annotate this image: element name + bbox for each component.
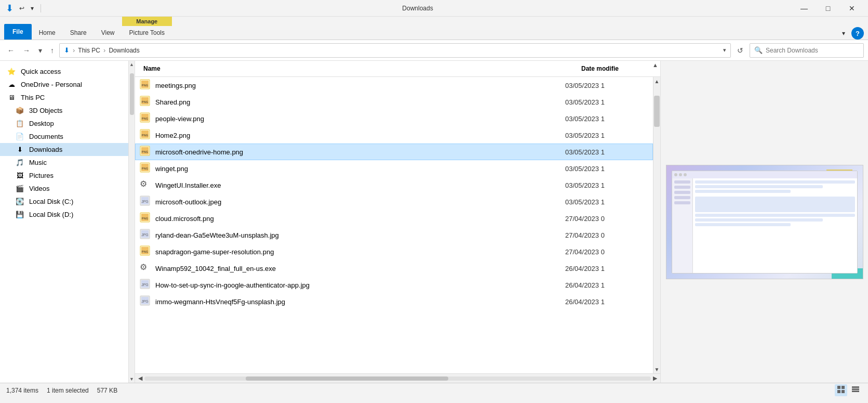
sidebar-item-label-local-disk-d: Local Disk (D:) (29, 211, 73, 218)
forward-button[interactable]: → (20, 44, 33, 57)
table-row[interactable]: PNGShared.png03/05/2023 1 (135, 94, 653, 110)
file-list: PNGmeetings.png03/05/2023 1PNGShared.png… (135, 77, 653, 373)
help-button[interactable]: ? (851, 27, 864, 40)
svg-text:JPG: JPG (141, 300, 149, 303)
sidebar-item-label-desktop: Desktop (29, 120, 54, 127)
file-list-scroll-up-button[interactable]: ▲ (650, 61, 660, 69)
file-icon-png: PNG (140, 162, 152, 175)
table-row[interactable]: JPGryland-dean-Ga5eWtee3uM-unsplash.jpg2… (135, 227, 653, 243)
preview-body (672, 178, 857, 273)
3d-objects-icon: 📦 (15, 107, 25, 114)
close-button[interactable]: ✕ (840, 0, 864, 17)
sidebar-item-downloads[interactable]: ⬇Downloads (0, 143, 128, 156)
file-icon-png: PNG (140, 79, 152, 92)
sidebar-item-documents[interactable]: 📄Documents (0, 130, 128, 143)
table-row[interactable]: PNGwinget.png03/05/2023 1 (135, 160, 653, 177)
file-name: immo-wegmann-HtsVneqf5Fg-unsplash.jpg (155, 298, 565, 306)
sidebar-item-3d-objects[interactable]: 📦3D Objects (0, 104, 128, 117)
preview-sidebar (672, 178, 693, 273)
file-name: WingetUI.Installer.exe (155, 181, 565, 189)
file-date: 27/04/2023 0 (565, 248, 648, 256)
sidebar-item-pictures[interactable]: 🖼Pictures (0, 169, 128, 182)
file-scroll-track (653, 85, 660, 365)
file-icon-jpg: JPG (140, 279, 152, 291)
file-name: Shared.png (155, 98, 565, 106)
sidebar-scroll-down-button[interactable]: ▼ (129, 375, 135, 383)
column-name[interactable]: Name (139, 63, 577, 74)
view-controls (835, 384, 862, 396)
sidebar-item-onedrive[interactable]: ☁OneDrive - Personal (0, 78, 128, 91)
table-row[interactable]: PNGHome2.png03/05/2023 1 (135, 127, 653, 144)
file-icon-exe: ⚙ (140, 179, 152, 191)
sidebar-scroll-up-button[interactable]: ▲ (129, 61, 135, 68)
view-details-button[interactable] (835, 384, 847, 396)
sidebar-scrollbar[interactable]: ▲ ▼ (128, 61, 135, 383)
breadcrumb-thispc[interactable]: This PC (78, 47, 100, 54)
table-row[interactable]: ⚙Winamp592_10042_final_full_en-us.exe26/… (135, 260, 653, 277)
svg-rect-37 (842, 386, 845, 389)
minimize-button[interactable]: — (792, 0, 816, 17)
tab-file[interactable]: File (4, 24, 32, 40)
table-row[interactable]: JPGimmo-wegmann-HtsVneqf5Fg-unsplash.jpg… (135, 293, 653, 310)
sidebar-scroll-thumb (130, 73, 134, 115)
svg-text:PNG: PNG (141, 134, 148, 137)
file-scroll-down-button[interactable]: ▼ (653, 365, 660, 373)
sidebar-item-music[interactable]: 🎵Music (0, 156, 128, 169)
file-list-scrollbar[interactable]: ▲ ▼ (653, 77, 660, 373)
search-input[interactable] (766, 47, 859, 54)
pictures-icon: 🖼 (15, 172, 25, 179)
tab-picture-tools[interactable]: Picture Tools (122, 26, 172, 40)
table-row[interactable]: JPGmicrosoft-outlook.jpeg03/05/2023 1 (135, 193, 653, 210)
recent-locations-button[interactable]: ▾ (35, 44, 45, 57)
tab-home[interactable]: Home (32, 26, 63, 40)
address-dropdown-icon[interactable]: ▾ (723, 47, 726, 54)
music-icon: 🎵 (15, 159, 25, 166)
sidebar-item-quick-access[interactable]: ⭐Quick access (0, 65, 128, 78)
table-row[interactable]: PNGcloud.microsoft.png27/04/2023 0 (135, 210, 653, 227)
file-icon-exe: ⚙ (140, 262, 152, 275)
table-row[interactable]: PNGpeople-view.png03/05/2023 1 (135, 110, 653, 127)
up-button[interactable]: ↑ (47, 44, 57, 57)
svg-text:PNG: PNG (141, 117, 148, 120)
h-scroll-left-button[interactable]: ◀ (137, 374, 143, 383)
breadcrumb-downloads[interactable]: Downloads (109, 47, 139, 54)
file-icon-png: PNG (140, 146, 152, 158)
table-row[interactable]: PNGmicrosoft-onedrive-home.png03/05/2023… (135, 144, 653, 160)
tab-view[interactable]: View (94, 26, 122, 40)
table-row[interactable]: PNGmeetings.png03/05/2023 1 (135, 77, 653, 94)
address-bar[interactable]: ⬇ › This PC › Downloads ▾ (59, 43, 731, 58)
file-icon-jpg: JPG (140, 229, 152, 241)
ribbon-collapse-button[interactable]: ▾ (838, 28, 849, 39)
file-name: people-view.png (155, 115, 565, 123)
preview-line-1 (695, 180, 855, 184)
sidebar-item-local-disk-d[interactable]: 💾Local Disk (D:) (0, 208, 128, 221)
refresh-button[interactable]: ↺ (733, 44, 747, 57)
file-date: 26/04/2023 1 (565, 298, 648, 306)
svg-text:PNG: PNG (141, 217, 148, 220)
table-row[interactable]: PNGsnapdragon-game-super-resolution.png2… (135, 243, 653, 260)
horizontal-scrollbar[interactable]: ◀ ▶ (135, 373, 660, 383)
maximize-button[interactable]: □ (816, 0, 840, 17)
file-name: microsoft-onedrive-home.png (155, 148, 565, 156)
sidebar-item-desktop[interactable]: 📋Desktop (0, 117, 128, 130)
manage-label: Manage (122, 17, 172, 26)
sidebar-item-this-pc[interactable]: 🖥This PC (0, 91, 128, 104)
back-button[interactable]: ← (4, 44, 18, 57)
sidebar-item-videos[interactable]: 🎬Videos (0, 182, 128, 195)
svg-text:PNG: PNG (141, 100, 148, 103)
table-row[interactable]: ⚙WingetUI.Installer.exe03/05/2023 1 (135, 177, 653, 193)
view-large-button[interactable] (849, 384, 862, 396)
tab-share[interactable]: Share (63, 26, 94, 40)
table-row[interactable]: JPGHow-to-set-up-sync-in-google-authenti… (135, 277, 653, 293)
file-name: Home2.png (155, 132, 565, 139)
column-date[interactable]: Date modifie (577, 63, 660, 74)
onedrive-icon: ☁ (6, 81, 17, 88)
qat-dropdown-button[interactable]: ▾ (28, 3, 36, 14)
file-date: 03/05/2023 1 (565, 115, 648, 123)
svg-rect-39 (842, 390, 845, 393)
h-scroll-right-button[interactable]: ▶ (652, 374, 658, 383)
file-scroll-up-button[interactable]: ▲ (653, 77, 660, 85)
desktop-icon: 📋 (15, 120, 25, 127)
qat-undo-button[interactable]: ↩ (17, 3, 27, 14)
sidebar-item-local-disk-c[interactable]: 💽Local Disk (C:) (0, 195, 128, 208)
